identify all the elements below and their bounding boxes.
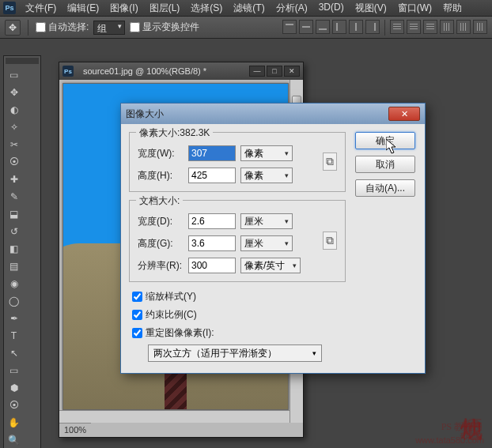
- eraser-tool-icon[interactable]: ◧: [6, 240, 22, 257]
- maximize-button[interactable]: □: [267, 66, 282, 77]
- marquee-tool-icon[interactable]: ▭: [6, 66, 22, 83]
- distribute-2-icon[interactable]: [407, 20, 421, 34]
- brush-tool-icon[interactable]: ✎: [6, 188, 22, 205]
- minimize-button[interactable]: —: [249, 66, 265, 77]
- resample-check[interactable]: [132, 328, 142, 338]
- stamp-tool-icon[interactable]: ⬓: [6, 205, 22, 222]
- zoom-tool-icon[interactable]: 🔍: [6, 431, 22, 448]
- doc-height-label: 高度(G):: [138, 237, 184, 250]
- 3d-camera-tool-icon[interactable]: ⦿: [6, 397, 22, 413]
- separator: [28, 20, 28, 36]
- width-label: 宽度(W):: [138, 147, 184, 160]
- document-size-label: 文档大小:: [136, 194, 183, 208]
- align-top-icon[interactable]: [282, 20, 297, 34]
- horizontal-scrollbar[interactable]: [59, 410, 290, 423]
- doc-height-input[interactable]: [188, 235, 236, 251]
- image-size-dialog: 图像大小 ✕ 确定 取消 自动(A)... 像素大小:382.3K 宽度(W):…: [120, 103, 426, 374]
- move-tool-icon[interactable]: ✥: [5, 20, 21, 36]
- width-input[interactable]: [188, 145, 236, 161]
- auto-select-target[interactable]: 组: [93, 21, 125, 35]
- watermark-site: PS 教程网: [441, 420, 483, 434]
- chain-icon[interactable]: ⧉: [323, 152, 337, 171]
- scale-styles-check[interactable]: [132, 292, 142, 302]
- document-zoom-status[interactable]: 100%: [59, 423, 91, 437]
- menu-help[interactable]: 帮助: [438, 0, 467, 17]
- ok-button[interactable]: 确定: [355, 132, 415, 149]
- menu-bar: 文件(F) 编辑(E) 图像(I) 图层(L) 选择(S) 滤镜(T) 分析(A…: [21, 0, 467, 17]
- dialog-close-button[interactable]: ✕: [388, 107, 420, 121]
- align-bottom-icon[interactable]: [316, 20, 330, 34]
- align-right-icon[interactable]: [365, 20, 380, 34]
- path-select-tool-icon[interactable]: ↖: [6, 344, 22, 361]
- distribute-1-icon[interactable]: [390, 20, 404, 34]
- height-input[interactable]: [188, 168, 236, 183]
- dialog-buttons: 确定 取消 自动(A)...: [355, 132, 415, 197]
- tools-panel-grip[interactable]: [6, 58, 39, 64]
- 3d-tool-icon[interactable]: ⬢: [6, 379, 22, 396]
- show-transform-checkbox[interactable]: 显示变换控件: [130, 21, 199, 34]
- shape-tool-icon[interactable]: ▭: [6, 362, 22, 378]
- app-header: Ps 文件(F) 编辑(E) 图像(I) 图层(L) 选择(S) 滤镜(T) 分…: [0, 0, 492, 17]
- constrain-checkbox[interactable]: 约束比例(C): [132, 308, 417, 322]
- align-buttons: [282, 20, 487, 36]
- auto-select-checkbox[interactable]: 自动选择:: [36, 21, 89, 34]
- height-unit-select[interactable]: 像素: [240, 168, 293, 183]
- height-label: 高度(H):: [138, 169, 184, 183]
- menu-file[interactable]: 文件(F): [21, 0, 61, 17]
- distribute-5-icon[interactable]: [456, 20, 471, 34]
- blur-tool-icon[interactable]: ◉: [6, 275, 22, 292]
- crop-tool-icon[interactable]: ✂: [6, 136, 22, 152]
- scale-styles-label: 缩放样式(Y): [146, 290, 196, 303]
- menu-select[interactable]: 选择(S): [186, 0, 227, 17]
- pen-tool-icon[interactable]: ✒: [6, 310, 22, 326]
- resample-checkbox[interactable]: 重定图像像素(I):: [132, 326, 417, 340]
- menu-3d[interactable]: 3D(D): [314, 0, 349, 17]
- hand-tool-icon[interactable]: ✋: [6, 414, 22, 431]
- chain-icon[interactable]: ⧉: [323, 232, 337, 250]
- distribute-4-icon[interactable]: [440, 20, 454, 34]
- menu-layer[interactable]: 图层(L): [145, 0, 185, 17]
- type-tool-icon[interactable]: T: [6, 327, 22, 344]
- history-brush-tool-icon[interactable]: ↺: [6, 223, 22, 239]
- auto-button[interactable]: 自动(A)...: [355, 179, 415, 197]
- resample-method-select[interactable]: 两次立方（适用于平滑渐变）: [148, 344, 322, 362]
- doc-width-label: 宽度(D):: [138, 215, 184, 228]
- constrain-check[interactable]: [132, 310, 142, 320]
- align-hcenter-icon[interactable]: [349, 20, 363, 34]
- document-titlebar[interactable]: Ps source01.jpg @ 100%(RGB/8) * — □ ✕: [59, 62, 303, 80]
- dialog-title: 图像大小: [126, 107, 388, 121]
- menu-edit[interactable]: 编辑(E): [62, 0, 104, 17]
- menu-view[interactable]: 视图(V): [350, 0, 392, 17]
- show-transform-check[interactable]: [130, 22, 140, 32]
- close-button[interactable]: ✕: [284, 66, 300, 77]
- menu-window[interactable]: 窗口(W): [393, 0, 437, 17]
- resolution-unit-select[interactable]: 像素/英寸: [240, 258, 301, 273]
- menu-analysis[interactable]: 分析(A): [271, 0, 312, 17]
- align-left-icon[interactable]: [332, 20, 346, 34]
- auto-select-check[interactable]: [36, 22, 46, 32]
- align-vcenter-icon[interactable]: [299, 20, 313, 34]
- menu-image[interactable]: 图像(I): [105, 0, 142, 17]
- move-tool-icon[interactable]: ✥: [6, 84, 22, 100]
- dialog-titlebar[interactable]: 图像大小 ✕: [121, 104, 425, 124]
- menu-filter[interactable]: 滤镜(T): [229, 0, 269, 17]
- distribute-6-icon[interactable]: [473, 20, 487, 34]
- resolution-input[interactable]: [188, 258, 236, 273]
- show-transform-label: 显示变换控件: [142, 21, 199, 34]
- dodge-tool-icon[interactable]: ◯: [6, 292, 22, 309]
- doc-ps-icon: Ps: [62, 66, 74, 77]
- wand-tool-icon[interactable]: ✧: [6, 119, 22, 135]
- width-unit-select[interactable]: 像素: [240, 145, 293, 161]
- lasso-tool-icon[interactable]: ◐: [6, 101, 22, 118]
- auto-select-label: 自动选择:: [48, 21, 89, 34]
- scale-styles-checkbox[interactable]: 缩放样式(Y): [132, 290, 417, 303]
- document-title: source01.jpg @ 100%(RGB/8) *: [83, 66, 244, 76]
- gradient-tool-icon[interactable]: ▤: [6, 258, 22, 274]
- cancel-button[interactable]: 取消: [355, 156, 415, 173]
- doc-width-unit-select[interactable]: 厘米: [240, 213, 293, 229]
- doc-height-unit-select[interactable]: 厘米: [240, 235, 293, 251]
- doc-width-input[interactable]: [188, 213, 236, 229]
- healing-tool-icon[interactable]: ✚: [6, 171, 22, 187]
- distribute-3-icon[interactable]: [423, 20, 437, 34]
- eyedropper-tool-icon[interactable]: ⦿: [6, 153, 22, 170]
